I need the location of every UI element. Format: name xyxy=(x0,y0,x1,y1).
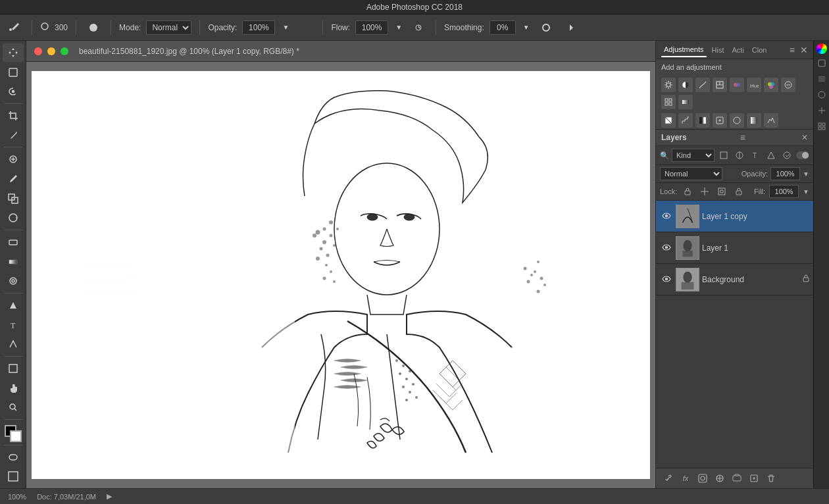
layers-filter-shape-btn[interactable] xyxy=(765,149,778,162)
screen-mode-btn[interactable] xyxy=(3,467,24,486)
settings-btn[interactable] xyxy=(537,18,555,37)
opacity-arrow[interactable]: ▼ xyxy=(803,170,809,178)
flow-arrow-btn[interactable]: ▼ xyxy=(393,18,404,37)
quick-mask-btn[interactable] xyxy=(3,448,24,466)
zoom-tool[interactable] xyxy=(3,398,24,416)
pen-tool[interactable] xyxy=(3,296,24,315)
history-brush-tool[interactable] xyxy=(3,209,24,227)
window-minimize-btn[interactable] xyxy=(47,47,55,55)
adj-brightness[interactable] xyxy=(661,78,676,92)
hand-tool[interactable] xyxy=(3,379,24,397)
shape-tool[interactable] xyxy=(3,359,24,378)
canvas-container[interactable] xyxy=(26,62,655,488)
layers-filter-smart-btn[interactable] xyxy=(780,149,793,162)
text-tool[interactable]: T xyxy=(3,316,24,334)
layer-0-visibility-icon[interactable] xyxy=(660,211,673,221)
far-right-btn-5[interactable] xyxy=(815,120,828,133)
status-arrow-btn[interactable]: ▶ xyxy=(107,492,112,501)
blur-tool[interactable] xyxy=(3,272,24,290)
opacity-arrow-btn[interactable]: ▼ xyxy=(280,18,291,37)
far-right-btn-1[interactable] xyxy=(815,57,828,70)
layer-opacity-input[interactable] xyxy=(770,167,800,180)
adj-channelmix[interactable] xyxy=(661,95,676,109)
eyedropper-tool[interactable] xyxy=(3,126,24,145)
add-fx-btn[interactable]: fx xyxy=(678,471,693,486)
smoothing-arrow-btn[interactable]: ▼ xyxy=(521,18,532,37)
lock-artboard-btn[interactable] xyxy=(715,185,728,198)
fill-input[interactable] xyxy=(769,185,799,198)
lasso-tool[interactable] xyxy=(3,82,24,101)
adj-colorlookup[interactable] xyxy=(713,113,727,128)
adj-vibrance[interactable] xyxy=(730,78,744,92)
tab-actions[interactable]: Acti xyxy=(729,43,746,57)
adj-gradient[interactable] xyxy=(678,95,693,109)
layers-filter-adj-btn[interactable] xyxy=(733,149,746,162)
adj-photofilter[interactable] xyxy=(781,78,795,92)
new-layer-btn[interactable] xyxy=(747,471,761,486)
adj-layer-btn[interactable] xyxy=(713,471,727,486)
layers-filter-type-btn[interactable]: T xyxy=(749,149,762,162)
layer-row-0[interactable]: Layer 1 copy xyxy=(656,201,813,232)
layer-row-1[interactable]: Layer 1 xyxy=(656,232,813,264)
lock-all-btn[interactable] xyxy=(732,185,745,198)
layers-filter-pixel-btn[interactable] xyxy=(717,149,730,162)
tab-history[interactable]: Hist xyxy=(709,43,727,57)
pressure-opacity-btn[interactable] xyxy=(296,18,314,37)
group-layers-btn[interactable] xyxy=(730,471,744,486)
eraser-tool[interactable] xyxy=(3,233,24,251)
adj-blackwhite[interactable] xyxy=(747,113,761,128)
blend-mode-select[interactable]: Normal xyxy=(660,167,722,180)
move-tool[interactable] xyxy=(3,43,24,62)
layer-1-visibility-icon[interactable] xyxy=(660,243,673,253)
fill-arrow[interactable]: ▼ xyxy=(803,188,809,195)
layer-row-2[interactable]: Background xyxy=(656,264,813,295)
flow-input[interactable] xyxy=(355,20,388,35)
crop-tool[interactable] xyxy=(3,107,24,125)
delete-layer-btn[interactable] xyxy=(764,471,778,486)
background-color[interactable] xyxy=(10,430,22,442)
mode-select[interactable]: Normal xyxy=(146,20,191,35)
gradient-tool[interactable] xyxy=(3,253,24,271)
adj-selectivecolor[interactable] xyxy=(730,113,744,128)
window-close-btn[interactable] xyxy=(34,47,42,55)
heal-tool[interactable] xyxy=(3,150,24,168)
extra-tool-btn[interactable] xyxy=(561,18,579,37)
color-wheel-icon[interactable] xyxy=(816,43,827,54)
panel-close-btn[interactable]: ✕ xyxy=(800,45,808,55)
brush-tool[interactable] xyxy=(3,170,24,188)
tab-adjustments[interactable]: Adjustments xyxy=(661,43,707,57)
pressure-flow-btn[interactable] xyxy=(409,18,428,37)
adj-colorbalance[interactable] xyxy=(764,78,778,92)
lock-pixels-btn[interactable] xyxy=(681,185,694,198)
adj-contrast[interactable] xyxy=(678,78,693,92)
layer-2-visibility-icon[interactable] xyxy=(660,274,673,284)
adj-exposure[interactable] xyxy=(713,78,727,92)
color-box[interactable] xyxy=(5,425,22,442)
adj-hsl[interactable]: Hue xyxy=(747,78,761,92)
adj-invert[interactable] xyxy=(661,113,676,128)
adj-threshold[interactable] xyxy=(695,113,710,128)
lock-pos-btn[interactable] xyxy=(698,185,711,198)
panel-menu-btn[interactable]: ≡ xyxy=(790,45,795,55)
path-tool[interactable] xyxy=(3,335,24,353)
adj-levelsw[interactable] xyxy=(764,113,778,128)
far-right-btn-3[interactable] xyxy=(815,88,828,101)
layers-close-btn[interactable]: ✕ xyxy=(801,133,808,142)
smoothing-input[interactable] xyxy=(490,20,516,35)
window-maximize-btn[interactable] xyxy=(61,47,68,55)
far-right-btn-4[interactable] xyxy=(815,104,828,117)
clone-tool[interactable] xyxy=(3,189,24,208)
layers-kind-select[interactable]: Kind xyxy=(672,149,715,162)
adj-curves[interactable] xyxy=(695,78,710,92)
brush-hardness-btn[interactable] xyxy=(84,18,103,37)
brush-tool-btn[interactable] xyxy=(5,18,24,37)
select-tool[interactable] xyxy=(3,63,24,82)
tab-clone[interactable]: Clon xyxy=(749,43,770,57)
add-mask-btn[interactable] xyxy=(695,471,710,486)
adj-posterize[interactable] xyxy=(678,113,693,128)
opacity-input[interactable] xyxy=(242,20,275,35)
layers-filter-toggle-btn[interactable] xyxy=(796,149,809,162)
link-layers-btn[interactable] xyxy=(661,471,676,486)
layers-menu-btn[interactable]: ≡ xyxy=(740,132,745,143)
far-right-btn-2[interactable] xyxy=(815,72,828,86)
